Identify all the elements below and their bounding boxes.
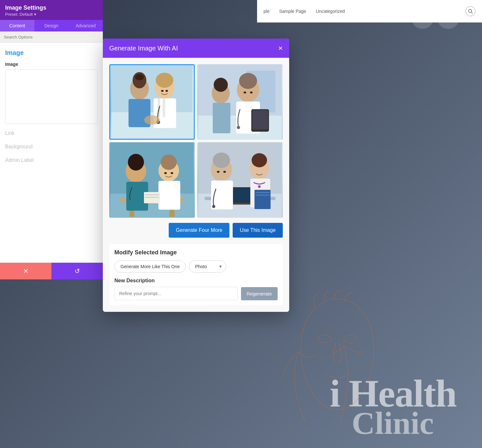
search-input[interactable]	[4, 35, 99, 40]
svg-rect-43	[158, 181, 180, 210]
sidebar-search-bar[interactable]	[0, 31, 103, 43]
image-cell-1[interactable]	[109, 64, 195, 140]
reset-icon: ↺	[75, 267, 80, 275]
nav-item-uncategorized[interactable]: Uncategorized	[316, 9, 345, 14]
style-select[interactable]: Photo Illustration Painting Sketch	[189, 260, 226, 273]
cancel-icon: ✕	[23, 267, 29, 275]
svg-point-16	[165, 90, 168, 92]
sidebar-panel: Image Settings Preset: Default ▾ Content…	[0, 0, 103, 279]
svg-point-23	[239, 73, 257, 89]
bg-face-drawing	[273, 287, 402, 448]
modify-row: Generate More Like This One Photo Illust…	[114, 260, 278, 273]
image-grid	[109, 64, 283, 218]
sidebar-header: Image Settings Preset: Default ▾	[0, 0, 103, 20]
svg-point-44	[164, 172, 167, 174]
tab-design[interactable]: Design	[34, 20, 69, 31]
description-input[interactable]	[114, 287, 238, 300]
svg-point-56	[213, 153, 230, 168]
section-title: Image	[5, 49, 98, 57]
sidebar-tabs: Content Design Advanced	[0, 20, 103, 31]
style-select-wrapper: Photo Illustration Painting Sketch ▼	[189, 260, 226, 273]
modal-close-button[interactable]: ×	[278, 44, 283, 52]
modal-body: Generate Four More Use This Image Modify…	[103, 58, 289, 312]
reset-button[interactable]: ↺	[51, 263, 103, 279]
page-nav: ple Sample Page Uncategorized	[257, 0, 482, 22]
modal-title: Generate Image With AI	[109, 45, 178, 52]
svg-rect-48	[145, 197, 159, 198]
svg-point-18	[144, 115, 160, 125]
generate-four-more-button[interactable]: Generate Four More	[169, 223, 229, 238]
svg-point-31	[244, 92, 246, 93]
svg-line-1	[471, 12, 473, 13]
generate-like-button[interactable]: Generate More Like This One	[114, 260, 186, 273]
svg-point-3	[344, 335, 357, 343]
use-image-button[interactable]: Use This Image	[233, 223, 283, 238]
action-buttons: Generate Four More Use This Image	[109, 223, 283, 238]
new-description-label: New Description	[114, 278, 278, 284]
modify-title: Modify Selected Image	[114, 249, 278, 256]
svg-rect-13	[163, 98, 165, 117]
nav-item-sample[interactable]: Sample Page	[279, 9, 306, 14]
nav-circle-1	[411, 6, 434, 29]
image-cell-3[interactable]	[109, 142, 195, 218]
sidebar-content: Image Image Link Background Admin Label	[0, 43, 103, 279]
tab-content[interactable]: Content	[0, 20, 34, 31]
ai-modal: Generate Image With AI ×	[103, 39, 289, 312]
image-placeholder[interactable]	[5, 69, 98, 124]
svg-rect-64	[255, 192, 270, 193]
modify-section: Modify Selected Image Generate More Like…	[109, 244, 283, 305]
cancel-button[interactable]: ✕	[0, 263, 51, 279]
nav-circle-2	[437, 6, 460, 29]
svg-point-32	[250, 92, 253, 93]
svg-rect-65	[255, 195, 270, 196]
svg-point-67	[223, 171, 226, 173]
svg-rect-30	[213, 103, 230, 133]
svg-rect-27	[252, 110, 268, 129]
svg-point-45	[171, 172, 173, 174]
image-cell-4[interactable]	[197, 142, 283, 218]
svg-point-2	[318, 335, 331, 343]
svg-point-29	[214, 78, 228, 92]
sidebar-title: Image Settings	[5, 4, 98, 11]
svg-point-58	[212, 205, 215, 208]
svg-point-60	[252, 153, 267, 167]
link-label[interactable]: Link	[5, 130, 98, 136]
svg-point-39	[128, 154, 144, 171]
sidebar-preset[interactable]: Preset: Default ▾	[5, 12, 98, 17]
nav-search-button[interactable]	[465, 6, 476, 16]
svg-point-0	[469, 9, 472, 13]
svg-point-42	[161, 154, 177, 170]
sidebar-bottom-bar: ✕ ↺	[0, 263, 103, 279]
svg-point-17	[156, 73, 174, 88]
description-row: Regenerate	[114, 287, 278, 300]
svg-point-15	[161, 90, 164, 92]
nav-item-ple[interactable]: ple	[263, 9, 270, 14]
field-image-label: Image	[5, 62, 98, 67]
svg-point-62	[258, 185, 261, 188]
svg-rect-47	[145, 194, 159, 195]
modal-header: Generate Image With AI ×	[103, 39, 289, 58]
svg-point-25	[237, 126, 240, 129]
admin-label[interactable]: Admin Label	[5, 157, 98, 163]
background-label[interactable]: Background	[5, 144, 98, 150]
regenerate-button[interactable]: Regenerate	[241, 287, 278, 300]
image-cell-2[interactable]	[197, 64, 283, 140]
svg-point-66	[217, 171, 219, 173]
tab-advanced[interactable]: Advanced	[68, 20, 103, 31]
svg-point-9	[135, 74, 144, 80]
